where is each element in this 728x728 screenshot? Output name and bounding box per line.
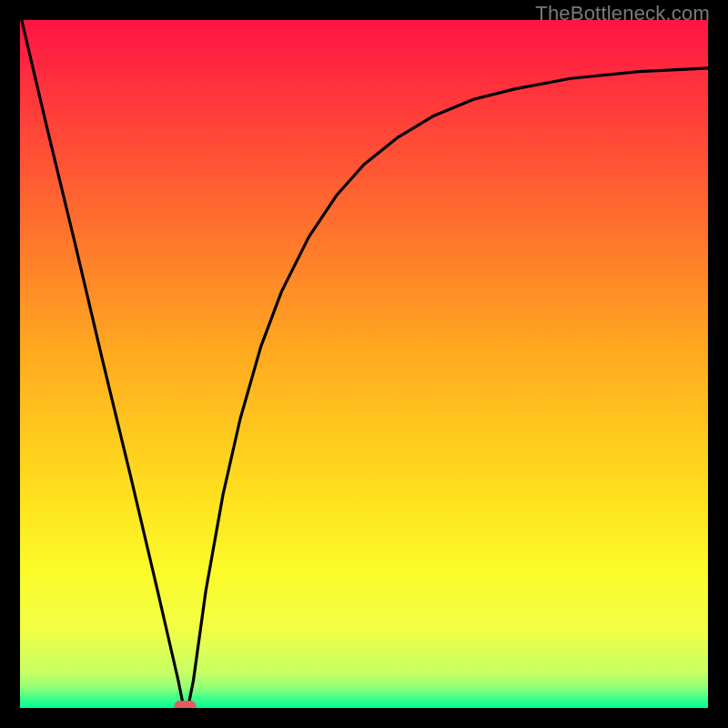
optimal-marker [174, 701, 196, 708]
chart-frame [20, 20, 708, 708]
bottleneck-chart [20, 20, 708, 708]
gradient-background [20, 20, 708, 708]
